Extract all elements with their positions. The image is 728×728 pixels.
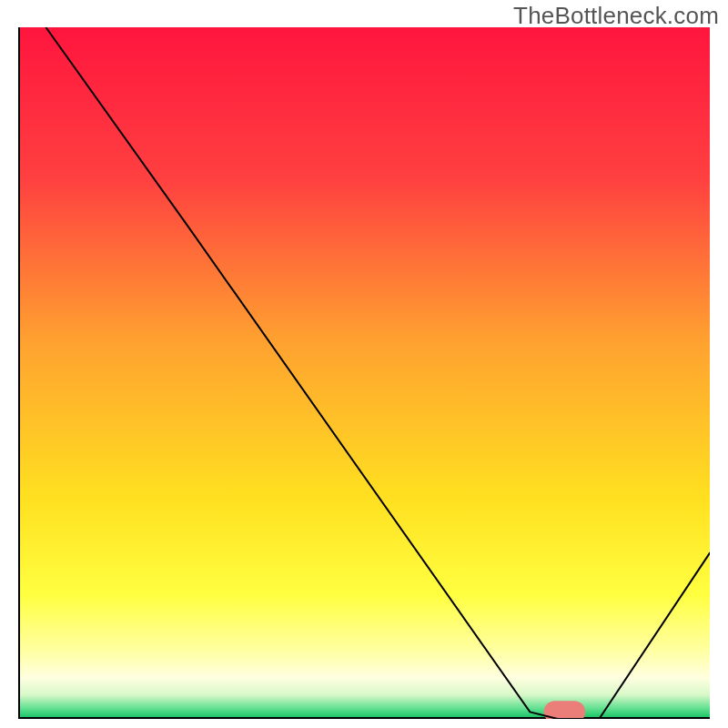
chart-background: [18, 27, 710, 719]
watermark-text: TheBottleneck.com: [513, 2, 719, 30]
chart-svg: [18, 27, 710, 719]
chart-frame: TheBottleneck.com: [0, 0, 728, 728]
plot-area: [18, 27, 710, 719]
